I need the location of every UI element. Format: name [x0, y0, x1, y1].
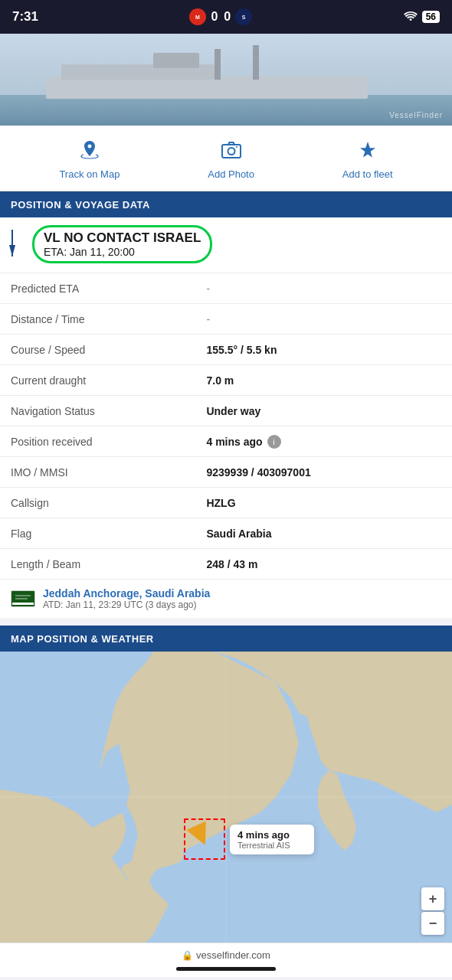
departure-time: ATD: Jan 11, 23:29 UTC (3 days ago)	[43, 599, 210, 610]
position-received-value: 4 mins ago	[206, 436, 262, 448]
status-time: 7:31	[12, 9, 38, 24]
departure-info: Jeddah Anchorage, Saudi Arabia ATD: Jan …	[43, 587, 210, 610]
nav-status-row: Navigation Status Under way	[0, 395, 452, 426]
saudi-flag-icon: ‫	[11, 590, 35, 607]
vessel-name-block: VL NO CONTACT ISRAEL ETA: Jan 11, 20:00	[0, 217, 452, 273]
predicted-eta-label: Predicted ETA	[11, 283, 206, 295]
draught-value: 7.0 m	[206, 374, 441, 387]
bottom-bar: 🔒 vesselfinder.com	[0, 942, 452, 977]
map-container[interactable]: 4 mins ago Terrestrial AIS + −	[0, 652, 452, 942]
lock-icon: 🔒	[182, 950, 193, 961]
length-beam-label: Length / Beam	[11, 558, 206, 570]
map-svg	[0, 652, 452, 942]
svg-rect-8	[153, 53, 199, 68]
svg-text:M: M	[196, 15, 201, 20]
home-team-score: M 0	[189, 8, 218, 25]
vessel-name-highlight: VL NO CONTACT ISRAEL ETA: Jan 11, 20:00	[32, 225, 212, 263]
camera-icon	[218, 136, 245, 164]
svg-text:S: S	[242, 15, 246, 20]
vessel-name: VL NO CONTACT ISRAEL	[44, 230, 201, 246]
svg-rect-10	[253, 45, 259, 80]
course-speed-label: Course / Speed	[11, 344, 206, 356]
track-on-map-button[interactable]: Track on Map	[59, 136, 120, 180]
flag-label: Flag	[11, 528, 206, 540]
position-voyage-header: POSITION & VOYAGE DATA	[0, 191, 452, 217]
predicted-eta-value: -	[206, 283, 441, 295]
svg-rect-17	[12, 603, 34, 605]
watermark: VesselFinder	[389, 111, 443, 119]
zoom-out-button[interactable]: −	[421, 912, 444, 935]
map-position-title: MAP POSITION & WEATHER	[11, 633, 154, 645]
map-section: MAP POSITION & WEATHER	[0, 626, 452, 942]
status-indicators: 56	[404, 10, 440, 24]
star-icon	[354, 136, 382, 164]
status-bar: 7:31 M 0 0 S 56	[0, 0, 452, 34]
url-bar: 🔒 vesselfinder.com	[0, 949, 452, 961]
tooltip-time: 4 mins ago	[237, 829, 306, 841]
svg-marker-15	[9, 245, 15, 256]
add-photo-button[interactable]: Add Photo	[208, 136, 254, 180]
svg-rect-5	[0, 95, 452, 126]
length-beam-value: 248 / 43 m	[206, 558, 441, 570]
away-team-score: 0 S	[224, 8, 252, 25]
imo-mmsi-row: IMO / MMSI 9239939 / 403097001	[0, 456, 452, 487]
svg-point-12	[228, 148, 234, 155]
position-received-label: Position received	[11, 436, 206, 448]
length-beam-row: Length / Beam 248 / 43 m	[0, 548, 452, 579]
imo-mmsi-value: 9239939 / 403097001	[206, 466, 441, 479]
vessel-hero-image: VesselFinder	[0, 34, 452, 126]
departure-block: ‫ Jeddah Anchorage, Saudi Arabia ATD: Ja…	[0, 579, 452, 618]
position-received-row: Position received 4 mins ago i	[0, 426, 452, 456]
away-score: 0	[224, 10, 231, 24]
draught-label: Current draught	[11, 374, 206, 387]
spurs-icon: S	[235, 8, 252, 25]
wifi-icon	[404, 10, 418, 24]
action-toolbar: Track on Map Add Photo Add to fleet	[0, 126, 452, 191]
voyage-data-table: Predicted ETA - Distance / Time - Course…	[0, 273, 452, 579]
svg-point-13	[236, 146, 237, 148]
svg-rect-9	[215, 49, 221, 80]
vessel-tooltip: 4 mins ago Terrestrial AIS	[230, 825, 314, 854]
score-area: M 0 0 S	[189, 8, 252, 25]
tooltip-source: Terrestrial AIS	[237, 841, 306, 850]
flag-value: Saudi Arabia	[206, 528, 441, 540]
url-text: vesselfinder.com	[196, 949, 270, 961]
distance-time-row: Distance / Time -	[0, 303, 452, 334]
callsign-row: Callsign HZLG	[0, 487, 452, 518]
track-on-map-label: Track on Map	[59, 168, 120, 180]
info-icon[interactable]: i	[267, 435, 281, 449]
add-to-fleet-button[interactable]: Add to fleet	[342, 136, 393, 180]
course-speed-row: Course / Speed 155.5° / 5.5 kn	[0, 334, 452, 364]
hero-image-bg	[0, 34, 452, 126]
map-position-header: MAP POSITION & WEATHER	[0, 626, 452, 652]
vessel-eta: ETA: Jan 11, 20:00	[44, 246, 201, 258]
imo-mmsi-label: IMO / MMSI	[11, 466, 206, 479]
distance-time-label: Distance / Time	[11, 313, 206, 325]
predicted-eta-row: Predicted ETA -	[0, 273, 452, 303]
map-controls: + −	[421, 887, 444, 935]
callsign-value: HZLG	[206, 497, 441, 509]
position-voyage-title: POSITION & VOYAGE DATA	[11, 199, 150, 211]
distance-time-value: -	[206, 313, 441, 325]
add-photo-label: Add Photo	[208, 168, 254, 180]
svg-rect-11	[222, 145, 241, 158]
draught-row: Current draught 7.0 m	[0, 364, 452, 395]
nav-status-label: Navigation Status	[11, 405, 206, 417]
home-indicator[interactable]	[176, 967, 276, 971]
departure-port[interactable]: Jeddah Anchorage, Saudi Arabia	[43, 587, 210, 599]
course-speed-value: 155.5° / 5.5 kn	[206, 344, 441, 356]
home-score: 0	[211, 10, 218, 24]
man-utd-icon: M	[189, 8, 206, 25]
map-pin-icon	[76, 136, 103, 164]
flag-row: Flag Saudi Arabia	[0, 518, 452, 548]
nav-status-value: Under way	[206, 405, 441, 417]
callsign-label: Callsign	[11, 497, 206, 509]
add-to-fleet-label: Add to fleet	[342, 168, 393, 180]
battery-indicator: 56	[422, 11, 440, 23]
zoom-in-button[interactable]: +	[421, 887, 444, 910]
